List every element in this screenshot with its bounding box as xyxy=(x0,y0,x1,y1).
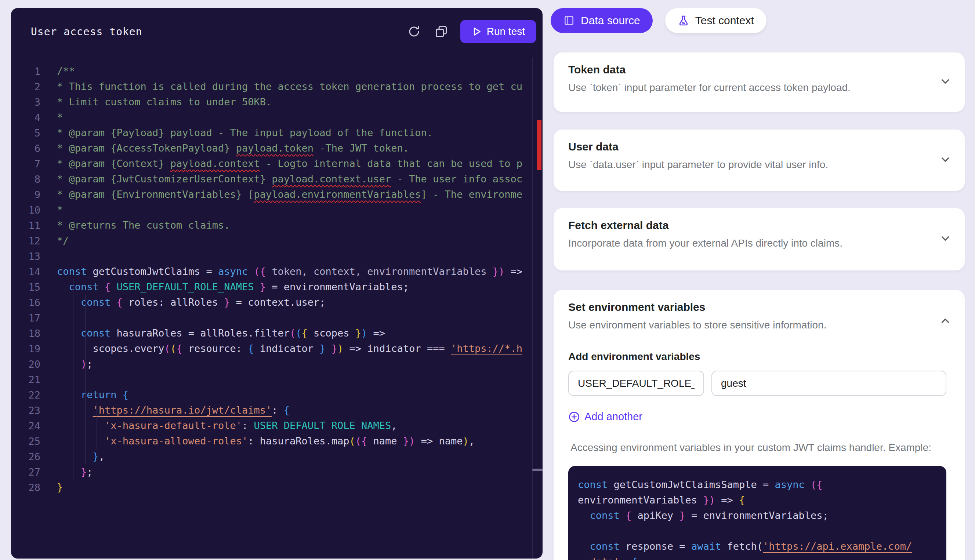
code-line-content: 'x-hasura-default-role': USER_DEFAULT_RO… xyxy=(57,418,397,433)
line-number: 11 xyxy=(11,220,40,231)
refresh-icon[interactable] xyxy=(406,23,422,40)
add-another-label: Add another xyxy=(584,411,642,423)
code-line: 23 'https://hasura.io/jwt/claims': { xyxy=(11,403,521,418)
code-line: 11* @returns The custom claims. xyxy=(11,218,521,233)
card-title: Fetch external data xyxy=(568,219,952,232)
code-line xyxy=(578,523,937,539)
run-test-button[interactable]: Run test xyxy=(460,20,536,43)
code-line: 10* xyxy=(11,202,521,218)
code-line: 20 ); xyxy=(11,356,521,372)
code-line-content: ); xyxy=(57,356,93,372)
line-number: 3 xyxy=(11,97,40,108)
tab-test-context[interactable]: Test context xyxy=(665,8,767,33)
code-line: 27 }; xyxy=(11,464,521,480)
code-line-content: data', { xyxy=(578,554,638,560)
env-variable-row xyxy=(568,371,952,396)
code-line-content: scopes.every(({ resource: { indicator } … xyxy=(57,341,522,356)
card-set-environment-variables: Set environment variables Use environmen… xyxy=(553,290,965,560)
line-number: 15 xyxy=(11,282,40,293)
code-line: 3* Limit custom claims to under 50KB. xyxy=(11,94,521,110)
card-token-data[interactable]: Token data Use `token` input parameter f… xyxy=(553,52,965,112)
card-title: Set environment variables xyxy=(568,301,952,313)
line-number: 5 xyxy=(11,127,40,139)
line-number: 4 xyxy=(11,112,40,123)
code-line-content: */ xyxy=(57,233,69,248)
code-line-content: * @returns The custom claims. xyxy=(57,218,230,233)
code-line-content: return { xyxy=(57,387,128,403)
editor-code-lines[interactable]: 1/**2* This function is called during th… xyxy=(11,58,521,495)
chevron-up-icon[interactable] xyxy=(939,315,952,328)
env-example-caption: Accessing environment variables in your … xyxy=(570,442,952,453)
code-line-content: 'x-hasura-allowed-roles': hasuraRoles.ma… xyxy=(57,433,475,449)
code-line-content: * @param {Payload} payload - The input p… xyxy=(57,125,433,140)
add-another-button[interactable]: Add another xyxy=(568,411,642,423)
code-line: const { apiKey } = environmentVariables; xyxy=(578,508,937,523)
code-line-content: environmentVariables }) => { xyxy=(578,492,745,508)
code-line-content: 'https://hasura.io/jwt/claims': { xyxy=(57,403,290,418)
chevron-down-icon[interactable] xyxy=(939,75,952,89)
code-line-content: * @param {EnvironmentVariables} [payload… xyxy=(57,187,522,202)
code-line: 21 xyxy=(11,372,521,387)
line-number: 28 xyxy=(11,482,40,493)
scrollbar-gutter xyxy=(532,58,533,558)
line-number: 25 xyxy=(11,436,40,447)
code-line: 18 const hasuraRoles = allRoles.filter((… xyxy=(11,325,521,341)
tab-data-source[interactable]: Data source xyxy=(551,8,653,33)
line-number: 27 xyxy=(11,467,40,478)
error-overview-marker xyxy=(537,120,542,170)
data-source-panel: Data source Test context Token data Use … xyxy=(551,0,965,560)
card-description: Use `token` input parameter for current … xyxy=(568,82,952,93)
code-line-content: const response = await fetch('https://ap… xyxy=(578,539,912,554)
card-description: Incorporate data from your external APIs… xyxy=(568,237,952,249)
code-line: 26 }, xyxy=(11,449,521,464)
add-env-variables-label: Add environment variables xyxy=(568,351,952,363)
indent-guide xyxy=(97,403,97,449)
line-number: 19 xyxy=(11,343,40,355)
code-line-content: const { apiKey } = environmentVariables; xyxy=(578,508,828,523)
line-number: 18 xyxy=(11,328,40,339)
code-line-content: }; xyxy=(57,464,93,480)
line-number: 17 xyxy=(11,312,40,324)
env-sample-code: const getCustomJwtClaimsSample = async (… xyxy=(568,466,947,560)
line-number: 1 xyxy=(11,66,40,77)
panel-layout-icon xyxy=(563,15,575,27)
code-line-content: const { USER_DEFAULT_ROLE_NAMES } = envi… xyxy=(57,279,409,295)
code-line: 16 const { roles: allRoles } = context.u… xyxy=(11,295,521,310)
card-description: Use environment variables to store sensi… xyxy=(568,319,952,331)
code-line: 9* @param {EnvironmentVariables} [payloa… xyxy=(11,187,521,202)
copy-icon[interactable] xyxy=(433,23,449,40)
code-line: 6* @param {AccessTokenPayload} payload.t… xyxy=(11,140,521,156)
code-line-content: * xyxy=(57,110,63,125)
env-key-input[interactable] xyxy=(568,371,704,396)
code-line: data', { xyxy=(578,554,937,560)
card-user-data[interactable]: User data Use `data.user` input paramete… xyxy=(553,130,965,191)
env-value-input[interactable] xyxy=(712,371,947,396)
chevron-down-icon[interactable] xyxy=(939,232,952,246)
card-fetch-external-data[interactable]: Fetch external data Incorporate data fro… xyxy=(553,208,965,270)
editor-actions: Run test xyxy=(406,20,536,43)
code-line: 17 xyxy=(11,310,521,325)
line-number: 14 xyxy=(11,266,40,277)
chevron-down-icon[interactable] xyxy=(939,153,952,167)
card-description: Use `data.user` input parameter to provi… xyxy=(568,159,952,171)
code-editor-panel: User access token Run test 1/**2* This f… xyxy=(11,8,543,558)
code-line-content: const hasuraRoles = allRoles.filter(({ s… xyxy=(57,325,385,341)
editor-title: User access token xyxy=(31,26,142,38)
run-test-label: Run test xyxy=(487,26,525,37)
code-line: 5* @param {Payload} payload - The input … xyxy=(11,125,521,140)
code-line: 22 return { xyxy=(11,387,521,403)
code-line: 28} xyxy=(11,480,521,495)
card-title: Token data xyxy=(568,63,952,76)
line-number: 12 xyxy=(11,235,40,247)
line-number: 7 xyxy=(11,158,40,170)
panel-tabs: Data source Test context xyxy=(551,8,767,33)
code-line: const response = await fetch('https://ap… xyxy=(578,539,937,554)
code-line: const getCustomJwtClaimsSample = async (… xyxy=(578,477,937,492)
card-title: User data xyxy=(568,140,952,153)
code-line-content: const getCustomJwtClaims = async ({ toke… xyxy=(57,264,522,279)
code-line: 8* @param {JwtCustomizerUserContext} pay… xyxy=(11,172,521,187)
line-number: 20 xyxy=(11,358,40,370)
scrollbar-thumb[interactable] xyxy=(532,468,543,471)
code-line: environmentVariables }) => { xyxy=(578,492,937,508)
code-line: 2* This function is called during the ac… xyxy=(11,79,521,94)
